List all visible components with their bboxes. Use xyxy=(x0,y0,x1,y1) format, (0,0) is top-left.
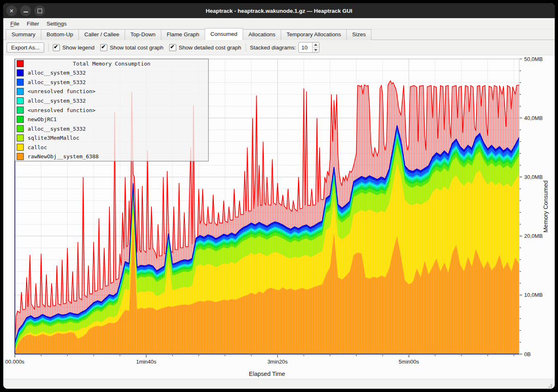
x-axis-title: Elapsed Time xyxy=(249,371,285,377)
chart-legend: Total Memory Consumptionalloc__system_53… xyxy=(15,59,208,161)
tab-sizes[interactable]: Sizes xyxy=(346,29,371,40)
toolbar-separator xyxy=(246,43,246,52)
checkbox-show-legend[interactable]: Show legend xyxy=(53,44,95,51)
y-tick-label: 30,0MB xyxy=(524,174,543,180)
legend-swatch xyxy=(17,97,24,104)
y-tick-label: 50,0MB xyxy=(524,56,543,62)
legend-label: alloc__system_5332 xyxy=(28,126,86,132)
legend-label: alloc__system_5332 xyxy=(28,98,86,104)
tab-top-down[interactable]: Top-Down xyxy=(125,29,161,40)
x-tick-label: 5min00s xyxy=(399,359,419,365)
status-strip xyxy=(3,379,555,389)
x-tick-label: 3min20s xyxy=(267,359,288,365)
checkbox-show-total-cost-graph[interactable]: Show total cost graph xyxy=(100,44,163,51)
spin-up-button[interactable] xyxy=(312,42,319,48)
window-controls: ✕ xyxy=(3,5,45,16)
checkbox-label: Show detailed cost graph xyxy=(179,45,241,51)
legend-swatch xyxy=(17,135,24,141)
consumed-chart-panel: 00.000s1min40s3min20s5min00s0B10,0MB20,0… xyxy=(3,55,555,379)
legend-swatch xyxy=(17,153,24,160)
legend-label: <unresolved function> xyxy=(28,107,96,113)
menu-item-filter[interactable]: Filter xyxy=(23,19,43,28)
y-tick-label: 10,0MB xyxy=(524,292,543,298)
minimize-icon xyxy=(24,12,28,12)
legend-swatch xyxy=(17,116,24,123)
y-tick-label: 0B xyxy=(524,351,531,357)
menu-item-file[interactable]: File xyxy=(7,19,23,28)
tab-allocations[interactable]: Allocations xyxy=(243,29,281,40)
titlebar: ✕ Heaptrack - heaptrack.wakunode.1.gz — … xyxy=(3,3,555,18)
resize-grip[interactable] xyxy=(546,382,552,388)
x-tick-label: 00.000s xyxy=(5,359,25,365)
legend-swatch xyxy=(17,60,24,67)
y-tick-labels: 0B10,0MB20,0MB30,0MB40,0MB50,0MB xyxy=(524,56,543,357)
close-icon: ✕ xyxy=(9,8,14,14)
tab-consumed[interactable]: Consumed xyxy=(205,28,243,40)
stacked-diagrams-value: 10 xyxy=(299,42,312,52)
window-title: Heaptrack - heaptrack.wakunode.1.gz — He… xyxy=(3,8,555,14)
checkbox-label: Show legend xyxy=(62,45,95,51)
legend-swatch xyxy=(17,107,24,113)
y-tick-label: 20,0MB xyxy=(524,233,543,239)
export-as-button[interactable]: Export As... xyxy=(7,42,44,53)
checkmark-icon xyxy=(169,44,176,51)
legend-swatch xyxy=(17,144,24,150)
legend-swatch xyxy=(17,125,24,132)
heaptrack-window: ✕ Heaptrack - heaptrack.wakunode.1.gz — … xyxy=(3,3,555,389)
tab-flame-graph[interactable]: Flame Graph xyxy=(161,29,205,40)
checkbox-label: Show total cost graph xyxy=(110,45,163,51)
menu-item-settings[interactable]: Settings xyxy=(43,19,71,28)
maximize-button[interactable] xyxy=(34,5,45,16)
legend-swatch xyxy=(17,70,24,76)
y-tick-label: 40,0MB xyxy=(524,115,543,121)
legend-swatch xyxy=(17,79,24,85)
legend-label: newObjRC1 xyxy=(28,116,57,122)
chevron-down-icon xyxy=(314,49,317,51)
toolbar: Export As... Show legendShow total cost … xyxy=(3,40,555,55)
legend-label: rawNewObj__system_6388 xyxy=(28,153,99,160)
memory-consumption-chart[interactable]: 00.000s1min40s3min20s5min00s0B10,0MB20,0… xyxy=(3,55,555,379)
maximize-icon xyxy=(38,9,42,13)
toolbar-separator xyxy=(48,43,49,52)
screen: ✕ Heaptrack - heaptrack.wakunode.1.gz — … xyxy=(0,0,558,392)
menu-bar: FileFilterSettings xyxy=(3,18,555,29)
minimize-button[interactable] xyxy=(20,5,31,16)
stacked-diagrams-spinbox[interactable]: 10 xyxy=(298,42,319,53)
checkbox-show-detailed-cost-graph[interactable]: Show detailed cost graph xyxy=(169,44,241,51)
checkmark-icon xyxy=(53,44,60,51)
legend-label: alloc__system_5332 xyxy=(28,70,86,76)
legend-label: <unresolved function> xyxy=(28,88,96,94)
stacked-diagrams-label: Stacked diagrams: xyxy=(250,45,296,51)
legend-label: sqlite3MemMalloc xyxy=(28,135,79,141)
checkmark-icon xyxy=(100,44,107,51)
chevron-up-icon xyxy=(314,44,317,46)
legend-label: alloc__system_5332 xyxy=(28,79,86,85)
legend-label: Total Memory Consumption xyxy=(73,61,151,67)
tab-caller-callee[interactable]: Caller / Callee xyxy=(78,29,125,40)
legend-swatch xyxy=(17,88,24,95)
tab-bar: SummaryBottom-UpCaller / CalleeTop-DownF… xyxy=(3,29,555,40)
tab-temporary-allocations[interactable]: Temporary Allocations xyxy=(281,29,347,40)
tab-summary[interactable]: Summary xyxy=(6,29,41,40)
tab-bottom-up[interactable]: Bottom-Up xyxy=(41,29,79,40)
legend-label: calloc xyxy=(28,144,47,150)
x-tick-labels: 00.000s1min40s3min20s5min00s xyxy=(5,359,419,365)
spin-down-button[interactable] xyxy=(312,48,319,53)
y-axis-title: Memory Consumed xyxy=(542,181,549,233)
close-button[interactable]: ✕ xyxy=(6,5,17,16)
x-tick-label: 1min40s xyxy=(136,359,157,365)
